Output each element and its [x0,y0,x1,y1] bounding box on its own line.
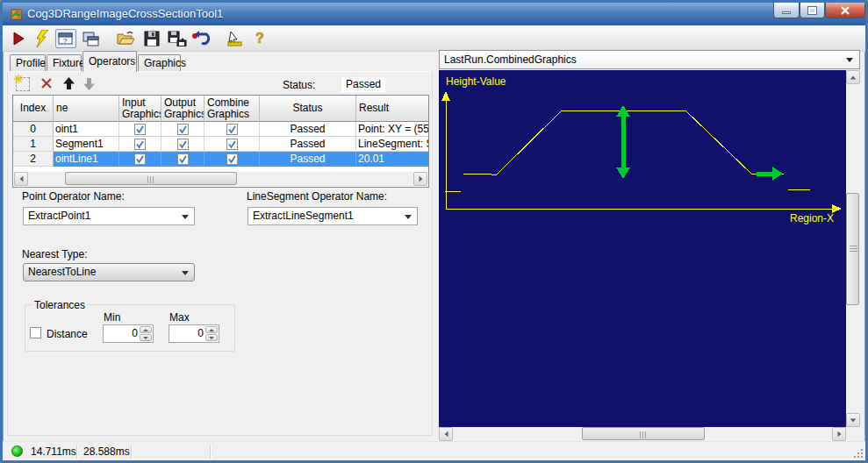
delete-operator-button[interactable] [40,77,54,91]
output-graphics-checkbox[interactable] [161,152,204,167]
scroll-thumb[interactable] [846,193,859,305]
tab-operators[interactable]: Operators [82,51,137,72]
result-cell: Point: XY = (55.6 [356,122,428,137]
line-operator-select[interactable]: ExtractLineSegment1 [247,207,418,225]
save-button[interactable] [141,29,162,48]
output-graphics-checkbox[interactable] [161,122,204,137]
chevron-down-icon [405,215,412,219]
titlebar[interactable]: Cog3DRangeImageCrossSectionTool1 [3,3,865,25]
run-once-button[interactable] [32,29,53,48]
column-header-result[interactable]: Result [356,96,428,122]
grid-hscrollbar[interactable] [14,172,427,186]
save-as-button[interactable] [167,29,188,48]
input-graphics-checkbox[interactable] [119,122,161,137]
probe-icon [226,31,243,46]
app-icon [10,7,24,21]
minimize-button[interactable] [773,3,800,18]
triangle-down-icon [209,337,214,339]
scroll-right-button[interactable] [832,427,846,441]
scroll-up-button[interactable] [846,70,860,84]
combine-graphics-checkbox[interactable] [204,152,260,167]
tab-profile[interactable]: Profile [10,54,46,71]
show-result-window-button[interactable]: ? [55,29,76,48]
close-button[interactable] [825,3,865,18]
maximize-button[interactable] [800,3,825,18]
scroll-right-button[interactable] [413,172,427,186]
close-icon [840,6,850,15]
move-down-button[interactable] [82,76,97,94]
profile-display[interactable]: Height-Value Region-X [439,70,846,427]
min-label: Min [104,311,120,324]
tab-label: Profile [16,57,46,69]
nearest-type-value: NearestToLine [28,266,96,278]
column-header-input-graphics[interactable]: Input Graphics [119,96,161,122]
scroll-thumb[interactable] [582,427,705,440]
display-hscrollbar[interactable] [439,427,846,441]
maximize-icon [808,7,816,14]
display-record-value: LastRun.CombinedGraphics [444,53,577,66]
line-operator-label: LineSegment Operator Name: [247,190,387,203]
run-button[interactable] [8,29,29,48]
move-up-button[interactable] [61,76,76,94]
separator [210,445,211,459]
column-header-status[interactable]: Status [260,96,356,122]
tab-fixture[interactable]: Fixture [47,54,82,71]
result-cell: 20.01 [356,152,428,167]
delete-icon [40,77,53,89]
floppy-save-as-icon [168,31,187,46]
column-header-combine-graphics[interactable]: Combine Graphics [204,96,260,122]
triangle-left-icon [19,176,23,182]
column-header-output-graphics[interactable]: Output Graphics [161,96,204,122]
point-operator-select[interactable]: ExtractPoint1 [23,207,195,225]
float-window-button[interactable] [80,29,101,48]
chevron-down-icon [182,271,189,275]
display-record-select[interactable]: LastRun.CombinedGraphics [439,50,860,69]
column-header-index[interactable]: Index [13,96,54,122]
triangle-up-icon [143,329,148,331]
help-button[interactable]: ? [249,29,270,48]
open-file-button[interactable] [115,29,136,48]
resize-grip[interactable] [853,448,864,459]
spin-down-button[interactable] [205,334,218,341]
reset-icon [191,31,211,46]
distance-label: Distance [47,328,88,340]
input-graphics-checkbox[interactable] [119,137,161,152]
spin-up-button[interactable] [140,326,152,333]
point-operator-value: ExtractPoint1 [28,210,90,222]
scroll-left-button[interactable] [14,172,28,186]
triangle-left-icon [444,431,448,437]
min-value[interactable]: 0 [105,326,138,341]
spin-down-button[interactable] [140,334,152,341]
scroll-thumb[interactable] [65,172,237,185]
max-value[interactable]: 0 [171,326,204,341]
scroll-left-button[interactable] [439,427,453,441]
tool-window: Cog3DRangeImageCrossSectionTool1 ? [0,0,868,463]
name-cell: ointLine1 [54,152,119,167]
probe-button[interactable] [224,29,245,48]
input-graphics-checkbox[interactable] [119,152,161,167]
result-cell: LineSegment: Sta [356,137,428,152]
scroll-down-button[interactable] [846,413,860,427]
nearest-type-select[interactable]: NearestToLine [23,263,195,281]
combine-graphics-checkbox[interactable] [204,137,260,152]
index-cell: 1 [13,137,54,152]
min-spinner[interactable]: 0 [103,324,154,343]
point-operator-label: Point Operator Name: [22,190,125,203]
combine-graphics-checkbox[interactable] [204,122,260,137]
profile-plot [439,70,846,427]
spin-up-button[interactable] [205,326,218,333]
line-operator-value: ExtractLineSegment1 [253,210,354,222]
thumb-grip [850,246,857,253]
add-operator-button[interactable] [16,77,30,91]
display-vscrollbar[interactable] [846,70,860,427]
reset-button[interactable] [190,29,212,48]
status-cell: Passed [260,137,356,152]
status-cell: Passed [260,152,356,167]
minimize-icon [782,11,791,14]
max-spinner[interactable]: 0 [169,324,219,343]
distance-checkbox[interactable] [30,327,41,338]
triangle-down-icon [143,337,148,339]
tab-graphics[interactable]: Graphics [138,54,181,71]
column-header-name[interactable]: ne [54,96,119,122]
output-graphics-checkbox[interactable] [161,137,204,152]
